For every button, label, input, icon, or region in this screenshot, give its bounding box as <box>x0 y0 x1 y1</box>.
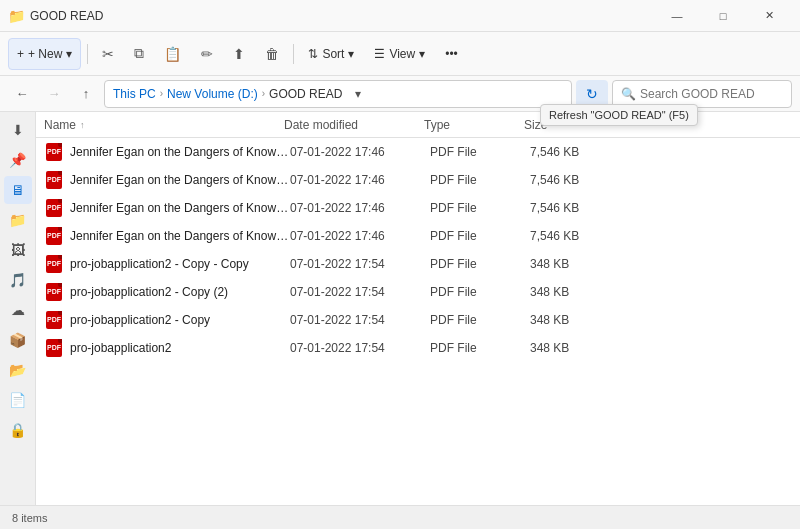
path-newvolume[interactable]: New Volume (D:) <box>167 87 258 101</box>
sidebar-item-music[interactable]: 🎵 <box>4 266 32 294</box>
view-button[interactable]: ☰ View ▾ <box>366 38 433 70</box>
delete-icon: 🗑 <box>265 46 279 62</box>
file-size: 348 KB <box>530 257 610 271</box>
file-size: 348 KB <box>530 341 610 355</box>
file-type: PDF File <box>430 201 530 215</box>
file-icon: PDF <box>44 198 64 218</box>
path-current: GOOD READ <box>269 87 342 101</box>
copy-icon: ⧉ <box>134 45 144 62</box>
table-row[interactable]: PDF Jennifer Egan on the Dangers of Know… <box>36 194 800 222</box>
refresh-tooltip: Refresh "GOOD READ" (F5) <box>540 104 698 126</box>
cut-icon: ✂ <box>102 46 114 62</box>
plus-icon: + <box>17 47 24 61</box>
pdf-icon: PDF <box>46 171 62 189</box>
pdf-icon: PDF <box>46 227 62 245</box>
sidebar: ⬇ 📌 🖥 📁 🖼 🎵 ☁ 📦 📂 📄 🔒 <box>0 112 36 505</box>
table-row[interactable]: PDF pro-jobapplication2 - Copy - Copy 07… <box>36 250 800 278</box>
file-name: Jennifer Egan on the Dangers of Knowing.… <box>70 201 290 215</box>
file-icon: PDF <box>44 338 64 358</box>
address-dropdown-icon[interactable]: ▾ <box>346 80 370 108</box>
file-type: PDF File <box>430 229 530 243</box>
window-title: GOOD READ <box>30 9 654 23</box>
table-row[interactable]: PDF pro-jobapplication2 07-01-2022 17:54… <box>36 334 800 362</box>
sidebar-item-cloud[interactable]: ☁ <box>4 296 32 324</box>
address-path[interactable]: This PC › New Volume (D:) › GOOD READ ▾ <box>104 80 572 108</box>
sidebar-item-box[interactable]: 📦 <box>4 326 32 354</box>
pdf-icon: PDF <box>46 255 62 273</box>
search-input[interactable] <box>640 87 790 101</box>
close-button[interactable]: ✕ <box>746 0 792 32</box>
more-button[interactable]: ••• <box>437 38 466 70</box>
paste-icon: 📋 <box>164 46 181 62</box>
col-date-label: Date modified <box>284 118 358 132</box>
copy-button[interactable]: ⧉ <box>126 38 152 70</box>
file-icon: PDF <box>44 254 64 274</box>
table-row[interactable]: PDF Jennifer Egan on the Dangers of Know… <box>36 138 800 166</box>
minimize-button[interactable]: — <box>654 0 700 32</box>
view-label: View <box>389 47 415 61</box>
sidebar-item-download[interactable]: ⬇ <box>4 116 32 144</box>
path-thispc[interactable]: This PC <box>113 87 156 101</box>
file-name: Jennifer Egan on the Dangers of Knowing.… <box>70 145 290 159</box>
sidebar-item-file[interactable]: 📄 <box>4 386 32 414</box>
table-row[interactable]: PDF pro-jobapplication2 - Copy 07-01-202… <box>36 306 800 334</box>
window-controls: — □ ✕ <box>654 0 792 32</box>
table-row[interactable]: PDF pro-jobapplication2 - Copy (2) 07-01… <box>36 278 800 306</box>
title-bar: 📁 GOOD READ — □ ✕ <box>0 0 800 32</box>
view-icon: ☰ <box>374 47 385 61</box>
file-size: 7,546 KB <box>530 173 610 187</box>
file-name: Jennifer Egan on the Dangers of Knowing.… <box>70 229 290 243</box>
table-row[interactable]: PDF Jennifer Egan on the Dangers of Know… <box>36 166 800 194</box>
back-button[interactable]: ← <box>8 80 36 108</box>
forward-button[interactable]: → <box>40 80 68 108</box>
rename-button[interactable]: ✏ <box>193 38 221 70</box>
sidebar-item-lock[interactable]: 🔒 <box>4 416 32 444</box>
file-size: 7,546 KB <box>530 201 610 215</box>
new-dropdown-icon: ▾ <box>66 47 72 61</box>
col-name-label: Name <box>44 118 76 132</box>
file-icon: PDF <box>44 310 64 330</box>
maximize-button[interactable]: □ <box>700 0 746 32</box>
up-button[interactable]: ↑ <box>72 80 100 108</box>
paste-button[interactable]: 📋 <box>156 38 189 70</box>
sort-icon: ⇅ <box>308 47 318 61</box>
pdf-icon: PDF <box>46 339 62 357</box>
file-size: 348 KB <box>530 285 610 299</box>
main-content: ⬇ 📌 🖥 📁 🖼 🎵 ☁ 📦 📂 📄 🔒 Name ↑ Date modifi… <box>0 112 800 505</box>
rename-icon: ✏ <box>201 46 213 62</box>
new-button[interactable]: + + New ▾ <box>8 38 81 70</box>
sidebar-item-pictures[interactable]: 🖼 <box>4 236 32 264</box>
col-name-header[interactable]: Name ↑ <box>44 118 284 132</box>
col-type-header[interactable]: Type <box>424 118 524 132</box>
pdf-icon: PDF <box>46 311 62 329</box>
file-name: pro-jobapplication2 <box>70 341 290 355</box>
sidebar-item-folder[interactable]: 📂 <box>4 356 32 384</box>
sidebar-item-desktop[interactable]: 🖥 <box>4 176 32 204</box>
sort-label: Sort <box>322 47 344 61</box>
sidebar-item-documents[interactable]: 📁 <box>4 206 32 234</box>
toolbar-separator-2 <box>293 44 294 64</box>
share-button[interactable]: ⬆ <box>225 38 253 70</box>
file-date: 07-01-2022 17:54 <box>290 313 430 327</box>
app-icon: 📁 <box>8 8 24 24</box>
file-date: 07-01-2022 17:46 <box>290 229 430 243</box>
file-date: 07-01-2022 17:46 <box>290 201 430 215</box>
new-label: + New <box>28 47 62 61</box>
col-type-label: Type <box>424 118 450 132</box>
table-row[interactable]: PDF Jennifer Egan on the Dangers of Know… <box>36 222 800 250</box>
file-area: Name ↑ Date modified Type Size PDF Jenni… <box>36 112 800 505</box>
sort-dropdown-icon: ▾ <box>348 47 354 61</box>
col-date-header[interactable]: Date modified <box>284 118 424 132</box>
file-type: PDF File <box>430 285 530 299</box>
sidebar-item-pinned[interactable]: 📌 <box>4 146 32 174</box>
file-name: pro-jobapplication2 - Copy <box>70 313 290 327</box>
cut-button[interactable]: ✂ <box>94 38 122 70</box>
path-sep-1: › <box>160 88 163 99</box>
delete-button[interactable]: 🗑 <box>257 38 287 70</box>
file-type: PDF File <box>430 173 530 187</box>
file-size: 7,546 KB <box>530 145 610 159</box>
file-name: pro-jobapplication2 - Copy (2) <box>70 285 290 299</box>
file-type: PDF File <box>430 145 530 159</box>
pdf-icon: PDF <box>46 199 62 217</box>
sort-button[interactable]: ⇅ Sort ▾ <box>300 38 362 70</box>
